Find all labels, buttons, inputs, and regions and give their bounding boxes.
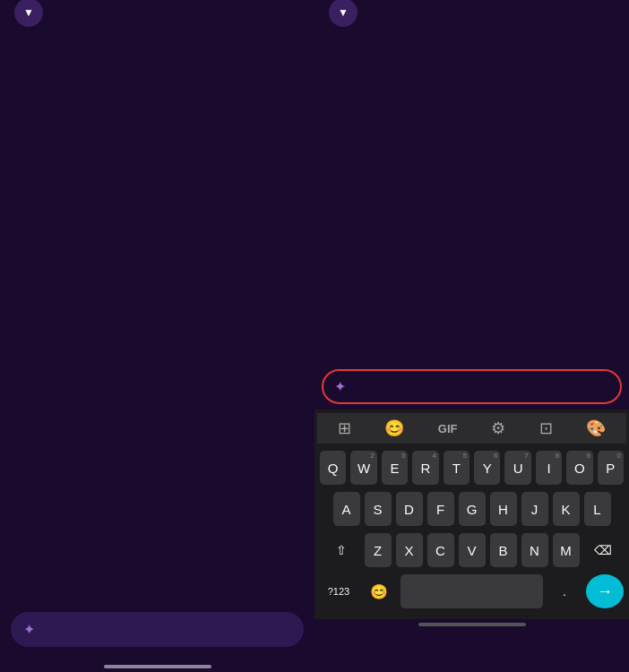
left-home-indicator <box>104 665 211 668</box>
key-z[interactable]: Z <box>365 533 392 567</box>
keyboard-rows: Q W2 E3 R4 T5 Y6 U7 I8 O9 P0 A S D F G H… <box>317 444 626 612</box>
key-q[interactable]: Q <box>320 451 346 485</box>
right-items-list <box>314 25 629 366</box>
keyboard-row-1: Q W2 E3 R4 T5 Y6 U7 I8 O9 P0 <box>320 451 624 485</box>
key-b[interactable]: B <box>490 533 517 567</box>
right-dropdown-icon: ▼ <box>338 6 349 19</box>
key-emoji[interactable]: 😊 <box>362 574 396 608</box>
keyboard-emoji-toolbar-icon[interactable]: 😊 <box>384 418 404 438</box>
key-space[interactable] <box>401 574 543 608</box>
key-h[interactable]: H <box>490 492 517 526</box>
right-header: ▼ <box>314 0 629 25</box>
key-delete[interactable]: ⌫ <box>584 533 622 567</box>
right-panel: ▼ ✦ ⊞ 😊 GIF ⚙ ⊡ 🎨 Q W2 E3 R4 T5 Y6 <box>314 0 629 672</box>
keyboard-paint-icon[interactable]: 🎨 <box>586 418 606 438</box>
left-dropdown-icon: ▼ <box>23 6 34 19</box>
key-p[interactable]: P0 <box>598 451 624 485</box>
keyboard-row-2: A S D F G H J K L <box>320 492 624 526</box>
key-shift[interactable]: ⇧ <box>323 533 360 567</box>
left-items-list <box>0 25 314 605</box>
keyboard-row-3: ⇧ Z X C V B N M ⌫ <box>320 533 624 567</box>
key-period[interactable]: . <box>547 574 582 608</box>
key-w[interactable]: W2 <box>350 451 376 485</box>
key-e[interactable]: E3 <box>382 451 408 485</box>
key-u[interactable]: U7 <box>504 451 530 485</box>
key-numbers[interactable]: ?123 <box>320 574 358 608</box>
key-o[interactable]: O9 <box>566 451 592 485</box>
key-y[interactable]: Y6 <box>474 451 500 485</box>
key-v[interactable]: V <box>459 533 486 567</box>
keyboard-settings-icon[interactable]: ⚙ <box>491 418 505 438</box>
left-input-icon: ✦ <box>23 621 35 638</box>
key-s[interactable]: S <box>365 492 392 526</box>
key-a[interactable]: A <box>333 492 360 526</box>
key-k[interactable]: K <box>553 492 580 526</box>
keyboard: ⊞ 😊 GIF ⚙ ⊡ 🎨 Q W2 E3 R4 T5 Y6 U7 I8 O9 … <box>314 409 629 619</box>
key-f[interactable]: F <box>427 492 454 526</box>
left-dropdown-button[interactable]: ▼ <box>14 0 43 27</box>
left-input-bar[interactable]: ✦ <box>11 612 304 647</box>
keyboard-sticker-icon[interactable]: ⊡ <box>539 418 553 438</box>
left-panel: ▼ ✦ <box>0 0 314 672</box>
keyboard-bottom-row: ?123 😊 . → <box>320 574 624 608</box>
key-j[interactable]: J <box>521 492 548 526</box>
keyboard-toolbar: ⊞ 😊 GIF ⚙ ⊡ 🎨 <box>317 413 626 444</box>
key-t[interactable]: T5 <box>444 451 470 485</box>
key-m[interactable]: M <box>553 533 580 567</box>
key-g[interactable]: G <box>459 492 486 526</box>
key-r[interactable]: R4 <box>412 451 438 485</box>
key-d[interactable]: D <box>396 492 423 526</box>
right-home-indicator <box>418 623 526 626</box>
right-dropdown-button[interactable]: ▼ <box>329 0 358 27</box>
key-c[interactable]: C <box>427 533 454 567</box>
key-l[interactable]: L <box>584 492 611 526</box>
key-return[interactable]: → <box>586 574 624 608</box>
key-x[interactable]: X <box>396 533 423 567</box>
key-i[interactable]: I8 <box>536 451 562 485</box>
keyboard-grid-icon[interactable]: ⊞ <box>338 418 351 438</box>
right-input-bar[interactable]: ✦ <box>322 369 622 404</box>
key-n[interactable]: N <box>521 533 548 567</box>
right-input-icon: ✦ <box>334 378 346 395</box>
keyboard-gif-icon[interactable]: GIF <box>438 422 458 435</box>
left-header: ▼ <box>0 0 314 25</box>
